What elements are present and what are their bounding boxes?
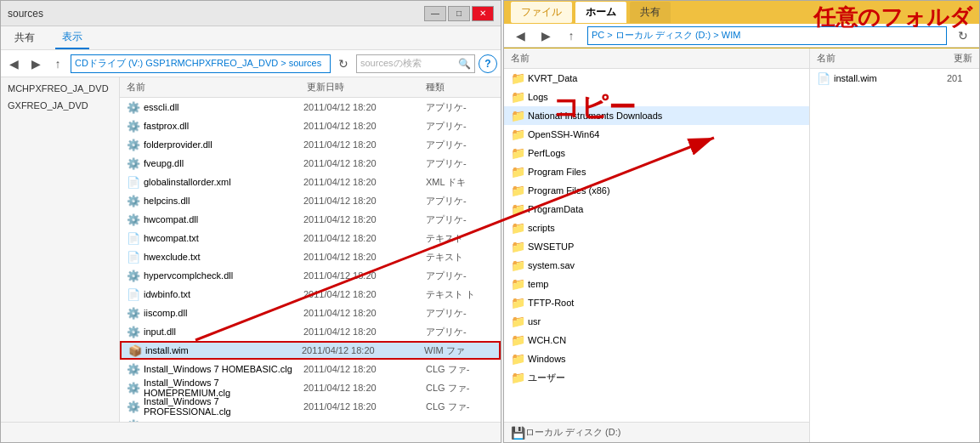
folder-item[interactable]: 📁 Program Files <box>504 162 809 181</box>
file-item[interactable]: ⚙️ iiscomp.dll 2011/04/12 18:20 アプリケ- <box>120 304 501 322</box>
file-type-15: CLG ファ- <box>426 382 494 395</box>
folder-name-13: usr <box>528 316 541 327</box>
folder-item[interactable]: 📁 Logs <box>504 88 809 106</box>
file-type-14: CLG ファ- <box>426 363 494 376</box>
address-path-display[interactable]: CDドライブ (V:) GSP1RMCHPXFREO_JA_DVD > sour… <box>71 54 331 73</box>
search-box[interactable]: sourcesの検索 🔍 <box>356 54 475 73</box>
right-address-text: PC > ローカル ディスク (D:) > WIM <box>592 29 740 42</box>
file-item[interactable]: 📦 install.wim 2011/04/12 18:20 WIM ファ <box>120 341 501 360</box>
wim-file-date: 201 <box>947 73 972 83</box>
left-ribbon: 共有 表示 <box>1 26 501 50</box>
folder-item[interactable]: 📁 ユーザー <box>504 368 809 387</box>
file-icon-4: 📄 <box>127 175 140 189</box>
sidebar-item-0[interactable]: MCHPXFREO_JA_DVD <box>4 81 116 96</box>
left-main-area: MCHPXFREO_JA_DVD GXFREO_JA_DVD 名前 更新日時 種… <box>1 77 501 422</box>
folder-name-7: ProgramData <box>528 204 583 214</box>
file-item[interactable]: ⚙️ Install_Windows 7 HOMEBASIC.clg 2011/… <box>120 360 501 378</box>
file-type-10: テキスト ト <box>426 288 494 301</box>
drive-icon: 💾 <box>511 426 525 440</box>
file-item[interactable]: ⚙️ helpcins.dll 2011/04/12 18:20 アプリケ- <box>120 191 501 210</box>
file-item[interactable]: ⚙️ Install_Windows 7 HOMEPREMIUM.clg 201… <box>120 378 501 397</box>
right-ribbon: ファイル ホーム 共有 任意のフォルダ ◀ ▶ ↑ PC > ローカル ディスク… <box>504 1 979 48</box>
col-header-date: 更新日時 <box>307 81 426 94</box>
file-item[interactable]: ⚙️ fveupg.dll 2011/04/12 18:20 アプリケ- <box>120 154 501 173</box>
folder-item[interactable]: 📁 PerfLogs <box>504 144 809 162</box>
sidebar-item-1[interactable]: GXFREO_JA_DVD <box>4 98 116 113</box>
file-name-15: Install_Windows 7 HOMEPREMIUM.clg <box>144 378 300 398</box>
folder-item[interactable]: 📁 KVRT_Data <box>504 69 809 88</box>
nav-back-button[interactable]: ◀ <box>4 54 23 73</box>
file-item[interactable]: 📄 hwcompat.txt 2011/04/12 18:20 テキスト <box>120 229 501 247</box>
ribbon-tab-view[interactable]: 表示 <box>55 26 89 49</box>
file-name-10: idwbinfo.txt <box>144 289 300 299</box>
folder-item[interactable]: 📁 Windows <box>504 349 809 368</box>
file-type-3: アプリケ- <box>426 157 494 170</box>
file-item[interactable]: ⚙️ hypervcomplcheck.dll 2011/04/12 18:20… <box>120 266 501 285</box>
file-type-6: アプリケ- <box>426 213 494 226</box>
file-name-13: install.wim <box>145 345 298 355</box>
folder-item[interactable]: 📁 scripts <box>504 219 809 237</box>
file-item[interactable]: 📄 hwexclude.txt 2011/04/12 18:20 テキスト <box>120 247 501 266</box>
file-item[interactable]: ⚙️ Install_Windows 7 ULTIMATE.clg 2011/0… <box>120 416 501 422</box>
folder-item[interactable]: 📁 National Instruments Downloads <box>504 106 809 125</box>
file-type-11: アプリケ- <box>426 307 494 320</box>
left-status-bar <box>1 422 501 442</box>
folder-item[interactable]: 📁 TFTP-Root <box>504 293 809 312</box>
close-button[interactable]: ✕ <box>472 6 494 21</box>
file-icon-12: ⚙️ <box>127 325 140 338</box>
left-window-title: sources <box>8 8 43 20</box>
left-sidebar: MCHPXFREO_JA_DVD GXFREO_JA_DVD <box>1 77 120 422</box>
file-item[interactable]: ⚙️ fastprox.dll 2011/04/12 18:20 アプリケ- <box>120 116 501 135</box>
file-item[interactable]: ⚙️ Install_Windows 7 PROFESSIONAL.clg 20… <box>120 397 501 416</box>
folder-name-15: Windows <box>528 354 566 364</box>
right-file-col-name: 名前 <box>817 52 836 65</box>
right-folder-list: 📁 KVRT_Data 📁 Logs 📁 National Instrument… <box>504 69 809 422</box>
file-type-7: テキスト <box>426 232 494 245</box>
rt-tab-home[interactable]: ホーム <box>575 2 626 23</box>
wim-file-icon: 📄 <box>817 71 830 85</box>
file-icon-11: ⚙️ <box>127 306 140 320</box>
file-item[interactable]: ⚙️ esscli.dll 2011/04/12 18:20 アプリケ- <box>120 98 501 116</box>
file-name-11: iiscomp.dll <box>144 308 300 318</box>
file-item[interactable]: ⚙️ input.dll 2011/04/12 18:20 アプリケ- <box>120 322 501 341</box>
right-nav-up[interactable]: ↑ <box>562 26 581 45</box>
folder-item[interactable]: 📁 system.sav <box>504 256 809 275</box>
file-type-16: CLG ファ- <box>426 400 494 413</box>
folder-item[interactable]: 📁 temp <box>504 275 809 293</box>
file-type-2: アプリケ- <box>426 139 494 151</box>
right-file-col-date: 更新 <box>954 52 972 65</box>
file-icon-13: 📦 <box>128 344 142 357</box>
refresh-button[interactable]: ↻ <box>334 54 353 73</box>
folder-item[interactable]: 📁 usr <box>504 312 809 331</box>
right-nav-back[interactable]: ◀ <box>511 26 530 45</box>
file-item[interactable]: 📄 idwbinfo.txt 2011/04/12 18:20 テキスト ト <box>120 285 501 304</box>
minimize-button[interactable]: — <box>424 6 446 21</box>
folder-icon-15: 📁 <box>511 352 524 366</box>
file-name-12: input.dll <box>144 327 300 337</box>
help-button[interactable]: ? <box>479 54 497 73</box>
right-file-panel: 名前 更新 📄 install.wim 201 <box>809 48 979 442</box>
file-name-3: fveupg.dll <box>144 158 300 168</box>
rt-tab-file[interactable]: ファイル <box>511 2 572 23</box>
maximize-button[interactable]: □ <box>448 6 470 21</box>
nav-forward-button[interactable]: ▶ <box>26 54 45 73</box>
folder-item[interactable]: 📁 Program Files (x86) <box>504 181 809 200</box>
folder-icon-1: 📁 <box>511 90 524 104</box>
folder-item[interactable]: 📁 SWSETUP <box>504 237 809 256</box>
folder-name-0: KVRT_Data <box>528 73 578 83</box>
ribbon-tab-share[interactable]: 共有 <box>8 27 42 48</box>
wim-filename: install.wim <box>834 73 943 83</box>
right-nav-forward[interactable]: ▶ <box>536 26 555 45</box>
folder-icon-12: 📁 <box>511 296 524 310</box>
file-item[interactable]: ⚙️ hwcompat.dll 2011/04/12 18:20 アプリケ- <box>120 210 501 229</box>
right-file-item[interactable]: 📄 install.wim 201 <box>810 69 979 88</box>
folder-item[interactable]: 📁 ProgramData <box>504 200 809 219</box>
folder-item[interactable]: 📁 OpenSSH-Win64 <box>504 125 809 144</box>
file-item[interactable]: ⚙️ folderprovider.dll 2011/04/12 18:20 ア… <box>120 135 501 154</box>
rt-tab-share[interactable]: 共有 <box>630 2 671 23</box>
file-date-15: 2011/04/12 18:20 <box>303 383 422 393</box>
file-item[interactable]: 📄 globalinstallorder.xml 2011/04/12 18:2… <box>120 173 501 191</box>
nav-up-button[interactable]: ↑ <box>48 54 67 73</box>
folder-item[interactable]: 📁 WCH.CN <box>504 331 809 349</box>
folder-icon-14: 📁 <box>511 333 524 347</box>
